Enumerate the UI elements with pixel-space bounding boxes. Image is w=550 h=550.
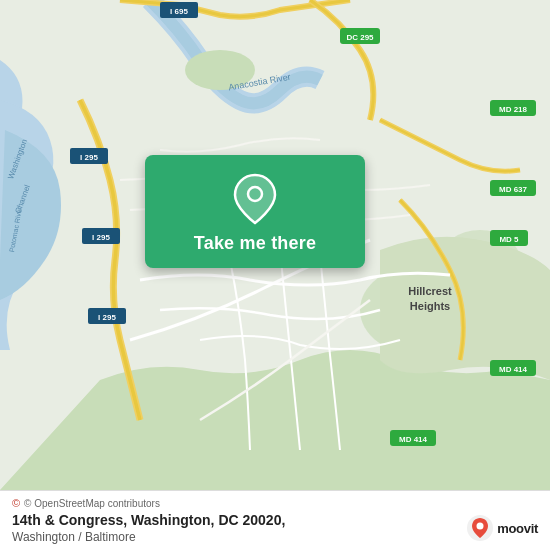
svg-text:I 295: I 295 [98, 313, 116, 322]
map-pin-icon [229, 173, 281, 225]
take-me-there-button[interactable]: Take me there [145, 155, 365, 268]
moovit-icon [466, 514, 494, 542]
attribution-row: © © OpenStreetMap contributors [12, 497, 538, 509]
svg-text:I 295: I 295 [80, 153, 98, 162]
svg-text:Hillcrest: Hillcrest [408, 285, 452, 297]
svg-text:MD 218: MD 218 [499, 105, 528, 114]
svg-text:MD 414: MD 414 [499, 365, 528, 374]
bottom-bar: © © OpenStreetMap contributors 14th & Co… [0, 490, 550, 550]
moovit-logo: moovit [466, 514, 538, 542]
take-me-there-label: Take me there [194, 233, 316, 254]
svg-point-32 [477, 523, 484, 530]
svg-text:I 295: I 295 [92, 233, 110, 242]
attribution-text: © OpenStreetMap contributors [24, 498, 160, 509]
moovit-brand-text: moovit [497, 521, 538, 536]
location-info: 14th & Congress, Washington, DC 20020, W… [12, 511, 538, 543]
osm-copyright: © [12, 497, 20, 509]
svg-text:MD 5: MD 5 [499, 235, 519, 244]
svg-text:MD 414: MD 414 [399, 435, 428, 444]
svg-text:Heights: Heights [410, 300, 450, 312]
map-container: I 295 I 295 I 295 I 695 DC 295 MD 218 MD… [0, 0, 550, 490]
svg-text:MD 637: MD 637 [499, 185, 528, 194]
location-subtitle: Washington / Baltimore [12, 530, 538, 544]
location-title: 14th & Congress, Washington, DC 20020, [12, 511, 538, 529]
svg-text:I 695: I 695 [170, 7, 188, 16]
svg-text:DC 295: DC 295 [346, 33, 374, 42]
